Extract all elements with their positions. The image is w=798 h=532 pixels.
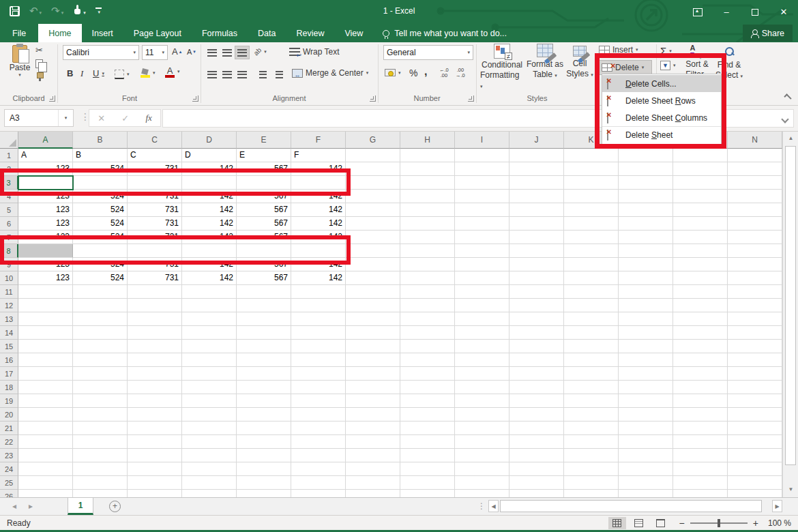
alignment-dialog-launcher[interactable] (370, 95, 376, 102)
cell-C10[interactable]: 731 (128, 271, 182, 285)
cell-F5[interactable]: 142 (291, 203, 346, 217)
cell-H9[interactable] (400, 258, 455, 271)
cell-H2[interactable] (400, 162, 455, 176)
cell-H17[interactable] (400, 367, 455, 381)
cell-H8[interactable] (400, 244, 455, 258)
cell-K9[interactable] (564, 258, 619, 271)
cell-A26[interactable] (18, 490, 73, 497)
cell-E20[interactable] (237, 408, 291, 422)
cell-G13[interactable] (346, 312, 400, 326)
borders-button[interactable]: ▾ (115, 70, 130, 79)
cell-J23[interactable] (509, 449, 564, 462)
minimize-button[interactable]: – (712, 0, 741, 24)
select-all-corner[interactable] (0, 132, 18, 149)
cell-K19[interactable] (564, 394, 619, 408)
cell-L19[interactable] (619, 394, 673, 408)
cell-L11[interactable] (619, 285, 673, 299)
cell-L21[interactable] (619, 422, 673, 435)
cell-N24[interactable] (728, 462, 782, 476)
cell-G16[interactable] (346, 353, 400, 367)
row-header-6[interactable]: 6 (0, 217, 18, 231)
cell-N7[interactable] (728, 231, 782, 244)
cell-N10[interactable] (728, 271, 782, 285)
cell-M26[interactable] (673, 490, 728, 497)
fill-color-button[interactable]: ▾ (141, 68, 156, 78)
cell-N3[interactable] (728, 176, 782, 190)
cell-K25[interactable] (564, 476, 619, 490)
cell-N26[interactable] (728, 490, 782, 497)
row-header-15[interactable]: 15 (0, 340, 18, 353)
cell-B19[interactable] (73, 394, 128, 408)
clipboard-dialog-launcher[interactable] (49, 95, 55, 102)
cell-L23[interactable] (619, 449, 673, 462)
row-header-14[interactable]: 14 (0, 326, 18, 340)
cell-D19[interactable] (182, 394, 237, 408)
cell-A12[interactable] (18, 299, 73, 312)
cell-K8[interactable] (564, 244, 619, 258)
cell-H22[interactable] (400, 435, 455, 449)
cell-H23[interactable] (400, 449, 455, 462)
cell-I5[interactable] (455, 203, 509, 217)
cell-C25[interactable] (128, 476, 182, 490)
cell-J8[interactable] (509, 244, 564, 258)
cell-L7[interactable] (619, 231, 673, 244)
cell-G20[interactable] (346, 408, 400, 422)
cell-K7[interactable] (564, 231, 619, 244)
cell-J24[interactable] (509, 462, 564, 476)
cell-G2[interactable] (346, 162, 400, 176)
zoom-level[interactable]: 100 % (768, 518, 791, 528)
cell-B26[interactable] (73, 490, 128, 497)
zoom-out-icon[interactable]: − (679, 518, 685, 529)
close-button[interactable]: ✕ (769, 0, 798, 24)
row-header-12[interactable]: 12 (0, 299, 18, 312)
cell-B17[interactable] (73, 367, 128, 381)
cell-L20[interactable] (619, 408, 673, 422)
cell-N8[interactable] (728, 244, 782, 258)
cell-N11[interactable] (728, 285, 782, 299)
align-right-button[interactable] (235, 68, 250, 81)
cell-L1[interactable] (619, 149, 673, 162)
page-break-view-button[interactable] (652, 517, 670, 529)
cell-D15[interactable] (182, 340, 237, 353)
cell-L16[interactable] (619, 353, 673, 367)
cell-D21[interactable] (182, 422, 237, 435)
cell-I26[interactable] (455, 490, 509, 497)
cell-L3[interactable] (619, 176, 673, 190)
row-header-17[interactable]: 17 (0, 367, 18, 381)
row-header-10[interactable]: 10 (0, 271, 18, 285)
cell-K3[interactable] (564, 176, 619, 190)
horizontal-scrollbar-thumb[interactable] (500, 500, 762, 512)
row-header-18[interactable]: 18 (0, 381, 18, 394)
cell-J9[interactable] (509, 258, 564, 271)
previous-sheet-icon[interactable]: ◂ (12, 501, 16, 511)
cell-I24[interactable] (455, 462, 509, 476)
cell-M17[interactable] (673, 367, 728, 381)
wrap-text-button[interactable]: ↩Wrap Text (289, 47, 340, 57)
cell-M4[interactable] (673, 190, 728, 203)
cell-E10[interactable]: 567 (237, 271, 291, 285)
cell-J21[interactable] (509, 422, 564, 435)
cell-H24[interactable] (400, 462, 455, 476)
cell-K15[interactable] (564, 340, 619, 353)
cell-N18[interactable] (728, 381, 782, 394)
cell-K1[interactable] (564, 149, 619, 162)
cell-L17[interactable] (619, 367, 673, 381)
font-name-combo[interactable]: Calibri▾ (63, 45, 139, 60)
cell-C23[interactable] (128, 449, 182, 462)
format-as-table-button[interactable]: Format as Table ▾ (525, 44, 565, 80)
cell-J19[interactable] (509, 394, 564, 408)
cell-K14[interactable] (564, 326, 619, 340)
cell-M11[interactable] (673, 285, 728, 299)
cell-J6[interactable] (509, 217, 564, 231)
normal-view-button[interactable] (608, 517, 626, 529)
cell-C19[interactable] (128, 394, 182, 408)
cell-C12[interactable] (128, 299, 182, 312)
cell-D25[interactable] (182, 476, 237, 490)
row-header-25[interactable]: 25 (0, 476, 18, 490)
cell-G10[interactable] (346, 271, 400, 285)
cell-M22[interactable] (673, 435, 728, 449)
cell-M6[interactable] (673, 217, 728, 231)
cell-I17[interactable] (455, 367, 509, 381)
cell-L25[interactable] (619, 476, 673, 490)
grow-font-button[interactable]: A▴ (172, 46, 181, 57)
